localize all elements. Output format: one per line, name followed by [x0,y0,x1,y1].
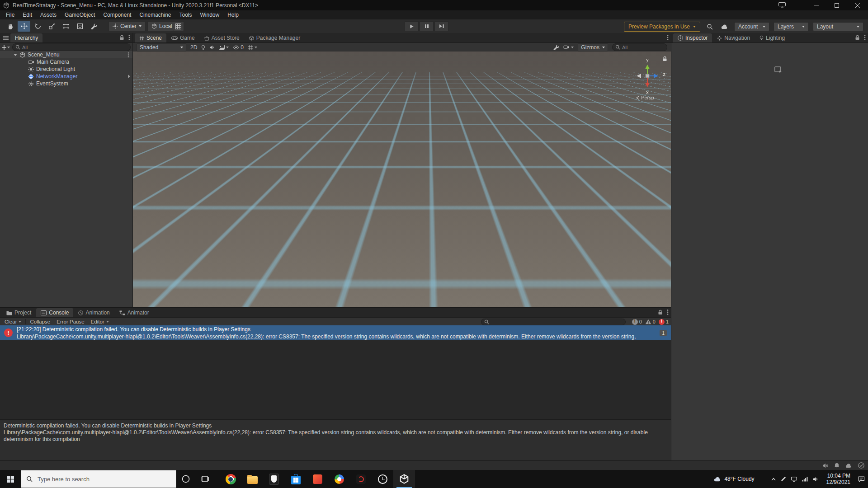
tray-volume-icon[interactable] [813,477,819,482]
tray-pen-icon[interactable] [781,476,786,482]
menu-cinemachine[interactable]: Cinemachine [135,12,175,18]
tray-network-icon[interactable] [802,477,808,482]
rotate-tool-button[interactable] [32,21,44,32]
scale-tool-button[interactable] [46,21,58,32]
clear-button[interactable]: Clear [2,319,24,324]
start-button[interactable] [0,470,21,488]
axis-gizmo-icon[interactable] [633,62,662,91]
orientation-gizmo[interactable]: y x z Persp [631,59,664,102]
hierarchy-item-event-system[interactable]: EventSystem [0,80,132,87]
tab-console[interactable]: Console [36,308,73,317]
info-count-toggle[interactable]: 0 [632,319,642,325]
console-log-entry[interactable]: [21:22:20] Deterministic compilation fai… [0,325,671,340]
taskbar-app-microsoft-store[interactable] [285,470,307,488]
unity-search-button[interactable] [704,22,715,31]
hierarchy-item-main-camera[interactable]: Main Camera [0,58,132,66]
hierarchy-item-directional-light[interactable]: Directional Light [0,66,132,73]
play-button[interactable] [405,21,419,31]
step-button[interactable] [434,21,448,31]
error-count-toggle[interactable]: 1 [659,319,669,325]
taskbar-app-clock[interactable] [372,470,393,488]
taskbar-app-dark-red[interactable] [350,470,372,488]
shading-mode-dropdown[interactable]: Shaded [137,43,186,52]
taskbar-app-epic-games[interactable] [263,470,285,488]
cloud-services-button[interactable] [719,22,730,31]
taskbar-clock[interactable]: 10:04 PM 12/9/2021 [826,473,850,485]
taskbar-app-color-wheel[interactable] [328,470,350,488]
move-tool-button[interactable] [18,21,30,32]
scene-search-input[interactable] [622,45,664,50]
pause-button[interactable] [420,21,434,31]
scene-grid-dropdown[interactable] [248,45,257,50]
panel-menu-icon[interactable] [3,36,9,40]
console-search-input[interactable] [491,319,623,324]
kebab-menu-icon[interactable] [128,34,130,41]
tray-display-icon[interactable] [791,477,797,482]
hand-tool-button[interactable] [4,21,16,32]
status-progress-check-icon[interactable] [858,462,864,469]
close-button[interactable] [847,0,868,10]
layers-dropdown[interactable]: Layers [774,22,809,31]
menu-file[interactable]: File [2,12,19,18]
pivot-toggle-button[interactable]: Center [108,21,146,31]
menu-edit[interactable]: Edit [19,12,36,18]
tab-inspector[interactable]: Inspector [673,33,712,42]
tab-navigation[interactable]: Navigation [712,33,755,42]
taskbar-app-file-explorer[interactable] [241,470,263,488]
tab-game[interactable]: Game [167,33,199,42]
custom-tools-button[interactable] [88,21,100,32]
scene-root-row[interactable]: Scene_Menu [0,51,132,58]
gizmos-dropdown[interactable]: Gizmos [578,43,608,52]
menu-assets[interactable]: Assets [36,12,61,18]
tab-package-manager[interactable]: Package Manager [245,33,305,42]
menu-component[interactable]: Component [99,12,135,18]
taskbar-search-input[interactable] [37,475,171,483]
taskbar-app-chrome[interactable] [220,470,241,488]
hidden-objects-toggle[interactable]: 0 [233,44,244,51]
cortana-button[interactable] [176,470,195,488]
tool-settings-button[interactable] [553,44,559,50]
lock-icon[interactable] [658,310,663,315]
minimize-button[interactable] [806,0,826,10]
prefab-expand-icon[interactable] [128,75,130,78]
preview-packages-button[interactable]: Preview Packages in Use [624,22,700,32]
lock-icon[interactable] [119,35,124,40]
grid-snapping-button[interactable] [173,21,184,31]
expand-arrow-icon[interactable] [14,54,17,56]
error-pause-button[interactable]: Error Pause [54,319,86,324]
account-dropdown[interactable]: Account [734,22,769,31]
menu-window[interactable]: Window [196,12,224,18]
warning-count-toggle[interactable]: 0 [645,319,656,324]
tab-project[interactable]: Project [2,308,36,317]
scene-kebab-icon[interactable] [127,52,129,58]
hierarchy-item-network-manager[interactable]: NetworkManager [0,73,132,80]
taskbar-weather[interactable]: 48°F Cloudy [714,476,754,482]
action-center-icon[interactable] [858,476,865,482]
tab-asset-store[interactable]: Asset Store [200,33,244,42]
tab-scene[interactable]: Scene [135,33,166,42]
collapse-button[interactable]: Collapse [28,319,52,324]
lock-icon[interactable] [855,35,860,40]
tab-animator[interactable]: Animator [115,308,154,317]
scene-camera-dropdown[interactable] [563,45,574,50]
status-collab-icon[interactable] [845,463,852,468]
layout-dropdown[interactable]: Layout [813,22,863,31]
menu-help[interactable]: Help [223,12,243,18]
task-view-button[interactable] [195,470,214,488]
tray-show-hidden-icon[interactable] [771,478,776,481]
taskbar-app-red[interactable] [307,470,328,488]
scene-effects-dropdown[interactable] [219,45,229,50]
menu-tools[interactable]: Tools [175,12,196,18]
rect-tool-button[interactable] [60,21,72,32]
tab-hierarchy[interactable]: Hierarchy [10,33,42,42]
2d-toggle[interactable]: 2D [190,44,197,51]
console-detail-pane[interactable]: Deterministic compilation failed. You ca… [0,420,671,460]
kebab-menu-icon[interactable] [667,309,669,315]
maximize-button[interactable] [826,0,847,10]
tab-lighting[interactable]: Lighting [755,33,789,42]
display-settings-icon[interactable] [778,2,786,8]
taskbar-app-unity[interactable] [393,470,415,488]
scene-viewport[interactable]: y x z Persp [133,52,671,307]
transform-tool-button[interactable] [74,21,86,32]
kebab-menu-icon[interactable] [667,34,669,41]
